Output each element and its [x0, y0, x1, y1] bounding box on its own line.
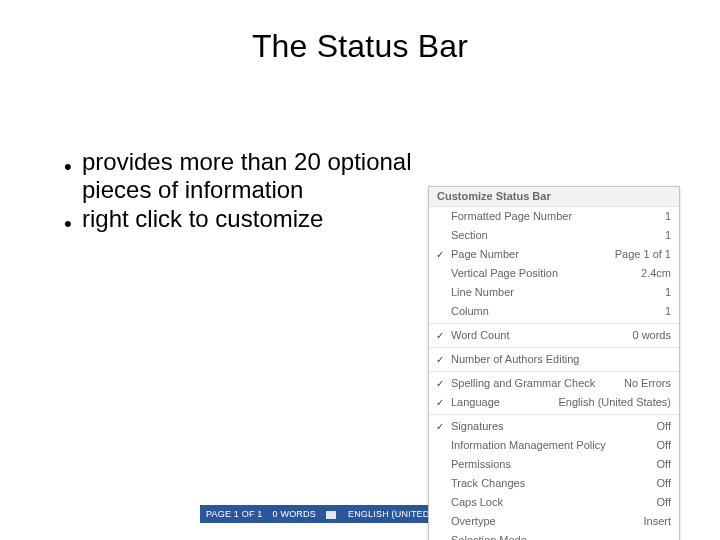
- menu-item[interactable]: PermissionsOff: [429, 455, 679, 474]
- menu-item-value: Insert: [637, 516, 671, 527]
- menu-separator: [429, 323, 679, 324]
- status-page[interactable]: PAGE 1 OF 1: [206, 509, 263, 519]
- menu-item[interactable]: Section1: [429, 226, 679, 245]
- menu-separator: [429, 371, 679, 372]
- status-proofing-icon[interactable]: [326, 509, 338, 519]
- checkmark-icon: ✓: [433, 398, 447, 408]
- menu-item[interactable]: ✓SignaturesOff: [429, 417, 679, 436]
- menu-item[interactable]: ✓Page NumberPage 1 of 1: [429, 245, 679, 264]
- menu-item-value: 1: [659, 230, 671, 241]
- menu-item[interactable]: Selection Mode: [429, 531, 679, 540]
- menu-item-label: Signatures: [447, 421, 651, 432]
- menu-item-label: Vertical Page Position: [447, 268, 635, 279]
- menu-item[interactable]: Caps LockOff: [429, 493, 679, 512]
- menu-item-label: Language: [447, 397, 553, 408]
- menu-item[interactable]: OvertypeInsert: [429, 512, 679, 531]
- checkmark-icon: ✓: [433, 250, 447, 260]
- menu-item-label: Column: [447, 306, 659, 317]
- checkmark-icon: ✓: [433, 331, 447, 341]
- menu-item[interactable]: Information Management PolicyOff: [429, 436, 679, 455]
- checkmark-icon: ✓: [433, 379, 447, 389]
- menu-item-label: Page Number: [447, 249, 609, 260]
- menu-item-value: No Errors: [618, 378, 671, 389]
- menu-item-label: Line Number: [447, 287, 659, 298]
- menu-item-value: Off: [651, 497, 671, 508]
- menu-header: Customize Status Bar: [429, 187, 679, 207]
- menu-item-label: Spelling and Grammar Check: [447, 378, 618, 389]
- menu-item[interactable]: Vertical Page Position2.4cm: [429, 264, 679, 283]
- checkmark-icon: ✓: [433, 355, 447, 365]
- bullet-list: provides more than 20 optional pieces of…: [64, 148, 484, 239]
- menu-item-label: Number of Authors Editing: [447, 354, 665, 365]
- bullet-item: provides more than 20 optional pieces of…: [64, 148, 484, 203]
- menu-item-label: Section: [447, 230, 659, 241]
- slide-title: The Status Bar: [0, 28, 720, 65]
- menu-item-label: Word Count: [447, 330, 626, 341]
- menu-item[interactable]: ✓Spelling and Grammar CheckNo Errors: [429, 374, 679, 393]
- menu-item-value: Off: [651, 459, 671, 470]
- menu-separator: [429, 414, 679, 415]
- menu-item-value: Off: [651, 478, 671, 489]
- menu-item-label: Information Management Policy: [447, 440, 651, 451]
- customize-status-bar-menu[interactable]: Customize Status Bar Formatted Page Numb…: [428, 186, 680, 540]
- status-words[interactable]: 0 WORDS: [273, 509, 316, 519]
- menu-item-label: Formatted Page Number: [447, 211, 659, 222]
- menu-item-label: Overtype: [447, 516, 637, 527]
- menu-separator: [429, 347, 679, 348]
- menu-item-value: English (United States): [553, 397, 672, 408]
- menu-item-value: 1: [659, 211, 671, 222]
- bullet-text: provides more than 20 optional pieces of…: [82, 148, 484, 203]
- menu-item-value: Off: [651, 421, 671, 432]
- bullet-dot-icon: [64, 148, 82, 180]
- menu-item-value: 0 words: [626, 330, 671, 341]
- menu-item[interactable]: Column1: [429, 302, 679, 321]
- menu-item[interactable]: ✓Word Count0 words: [429, 326, 679, 345]
- menu-item-label: Track Changes: [447, 478, 651, 489]
- bullet-item: right click to customize: [64, 205, 484, 237]
- bullet-text: right click to customize: [82, 205, 484, 233]
- menu-item[interactable]: Line Number1: [429, 283, 679, 302]
- menu-item-value: 1: [659, 306, 671, 317]
- menu-item[interactable]: ✓Number of Authors Editing: [429, 350, 679, 369]
- word-status-bar[interactable]: PAGE 1 OF 1 0 WORDS ENGLISH (UNITED STAT…: [200, 505, 430, 523]
- menu-item-label: Permissions: [447, 459, 651, 470]
- checkmark-icon: ✓: [433, 422, 447, 432]
- menu-item-value: Page 1 of 1: [609, 249, 671, 260]
- menu-item-label: Caps Lock: [447, 497, 651, 508]
- bullet-dot-icon: [64, 205, 82, 237]
- menu-item-value: 2.4cm: [635, 268, 671, 279]
- menu-item[interactable]: Track ChangesOff: [429, 474, 679, 493]
- menu-item-label: Selection Mode: [447, 535, 665, 540]
- menu-item-value: 1: [659, 287, 671, 298]
- menu-item-value: Off: [651, 440, 671, 451]
- menu-item[interactable]: Formatted Page Number1: [429, 207, 679, 226]
- menu-item[interactable]: ✓LanguageEnglish (United States): [429, 393, 679, 412]
